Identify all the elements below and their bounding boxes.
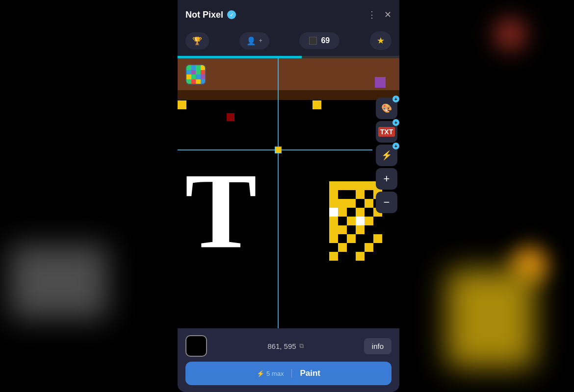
svg-rect-20 — [365, 217, 373, 225]
red-square — [227, 113, 235, 121]
svg-rect-3 — [356, 181, 365, 190]
energy-label: ⚡ 5 max — [257, 370, 284, 377]
svg-rect-0 — [329, 181, 338, 190]
svg-rect-4 — [365, 181, 373, 190]
svg-rect-6 — [329, 190, 338, 199]
svg-rect-2 — [347, 181, 356, 190]
plus-icon: + — [384, 172, 390, 185]
add-user-button[interactable]: 👤 + — [239, 32, 269, 49]
close-button[interactable]: ✕ — [384, 9, 391, 20]
svg-rect-10 — [338, 199, 347, 208]
bottom-info: 861, 595 ⧉ info — [185, 335, 391, 357]
copy-icon[interactable]: ⧉ — [299, 342, 304, 350]
svg-rect-13 — [329, 208, 338, 217]
palette-icon: 🎨 — [381, 103, 392, 114]
paint-divider — [291, 369, 292, 378]
svg-rect-29 — [329, 252, 338, 261]
menu-button[interactable]: ⋮ — [367, 9, 376, 20]
purple-block — [375, 77, 386, 88]
verified-icon: ✓ — [227, 10, 236, 19]
svg-rect-12 — [365, 199, 373, 208]
palette-plus: + — [392, 96, 399, 102]
title-left: Not Pixel ✓ — [185, 10, 236, 20]
palette-button[interactable]: 🎨 + — [376, 98, 397, 119]
pixel-count: 69 — [321, 36, 330, 45]
info-button[interactable]: info — [364, 338, 391, 354]
paint-button[interactable]: ⚡ 5 max Paint — [185, 362, 391, 385]
side-buttons: 🎨 + TXT + ⚡ + + − — [376, 98, 399, 213]
coords-text: 861, 595 — [267, 342, 296, 350]
bg-decoration-red — [486, 10, 535, 59]
pixel-count-display: 69 — [299, 32, 339, 49]
color-preview — [185, 335, 207, 357]
svg-rect-28 — [365, 243, 373, 252]
dirt-dark — [178, 90, 399, 100]
svg-rect-24 — [329, 234, 338, 243]
svg-rect-7 — [356, 190, 365, 199]
minus-icon: − — [384, 196, 390, 209]
bottom-bar: 861, 595 ⧉ info ⚡ 5 max Paint — [178, 328, 399, 392]
zoom-out-button[interactable]: − — [376, 192, 397, 213]
toolbar: 🏆 👤 + 69 ★ — [178, 27, 399, 56]
trophy-button[interactable]: 🏆 — [185, 32, 209, 49]
svg-rect-26 — [373, 234, 382, 243]
svg-rect-1 — [338, 181, 347, 190]
lightning-plus: + — [392, 143, 399, 149]
svg-rect-14 — [338, 208, 347, 217]
title-bar: Not Pixel ✓ ⋮ ✕ — [178, 0, 399, 27]
trophy-icon: 🏆 — [192, 36, 202, 46]
svg-rect-17 — [329, 217, 338, 225]
text-plus: + — [392, 119, 399, 126]
title-right: ⋮ ✕ — [367, 9, 391, 20]
app-title: Not Pixel — [185, 10, 223, 20]
lightning-icon: ⚡ — [381, 150, 392, 161]
lightning-paint-icon: ⚡ — [257, 370, 264, 377]
dirt-area — [178, 58, 399, 90]
svg-rect-22 — [338, 225, 347, 234]
yellow-dot-1 — [178, 100, 186, 109]
bg-decoration-gold2 — [446, 270, 535, 368]
svg-rect-19 — [356, 217, 365, 225]
crosshair-vertical — [278, 58, 279, 328]
paint-label: Paint — [300, 368, 320, 378]
svg-rect-27 — [338, 243, 347, 252]
bg-decoration-white — [10, 245, 108, 318]
energy-count: 5 max — [266, 370, 284, 377]
coords-display: 861, 595 ⧉ — [267, 342, 303, 350]
pixel-icon — [309, 37, 317, 45]
lightning-button[interactable]: ⚡ + — [376, 145, 397, 166]
yellow-dot-2 — [313, 100, 321, 109]
letter-t: T — [185, 157, 257, 265]
add-user-icon: 👤 — [246, 36, 256, 46]
star-button[interactable]: ★ — [370, 31, 391, 50]
app-window: Not Pixel ✓ ⋮ ✕ 🏆 👤 + 69 ★ — [178, 0, 399, 392]
crosshair-center — [275, 147, 282, 153]
zoom-in-button[interactable]: + — [376, 168, 397, 190]
plus-label: + — [259, 37, 262, 44]
svg-rect-18 — [347, 217, 356, 225]
star-icon: ★ — [377, 36, 385, 46]
canvas-avatar — [185, 64, 206, 85]
svg-rect-11 — [347, 199, 356, 208]
canvas-area[interactable]: T — [178, 58, 399, 328]
svg-rect-25 — [347, 234, 356, 243]
svg-rect-23 — [356, 225, 365, 234]
svg-rect-9 — [329, 199, 338, 208]
svg-rect-15 — [356, 208, 365, 217]
text-button[interactable]: TXT + — [376, 121, 397, 143]
svg-rect-30 — [356, 252, 365, 261]
svg-rect-21 — [329, 225, 338, 234]
text-icon: TXT — [378, 127, 395, 137]
